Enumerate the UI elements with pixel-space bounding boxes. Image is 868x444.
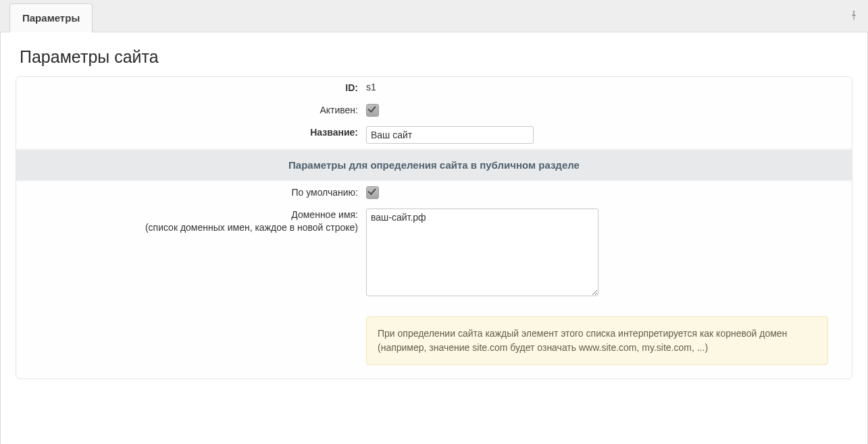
default-checkbox[interactable] — [366, 186, 379, 199]
tab-parameters-label: Параметры — [22, 12, 80, 24]
pin-icon[interactable] — [848, 9, 860, 22]
name-label: Название: — [16, 121, 362, 148]
name-input[interactable] — [366, 126, 534, 144]
default-label: По умолчанию: — [16, 182, 362, 204]
section-heading: Параметры для определения сайта в публич… — [16, 148, 852, 182]
domain-label-cell: Доменное имя: (список доменных имен, каж… — [16, 204, 362, 303]
active-label: Активен: — [16, 99, 362, 121]
active-checkbox[interactable] — [366, 104, 379, 117]
form-table: ID: s1 Активен: Название: Параметры для … — [16, 77, 852, 379]
content-area: Параметры сайта ID: s1 Активен: Название… — [0, 32, 868, 444]
page-title: Параметры сайта — [1, 32, 867, 76]
domain-label: Доменное имя: — [291, 209, 358, 220]
domain-sublabel: (список доменных имен, каждое в новой ст… — [145, 222, 358, 233]
id-label: ID: — [16, 77, 362, 99]
domain-hint: При определении сайта каждый элемент это… — [366, 316, 828, 365]
domain-textarea[interactable] — [366, 209, 598, 296]
id-value: s1 — [362, 77, 852, 99]
tab-bar: Параметры — [0, 0, 868, 32]
form-panel: ID: s1 Активен: Название: Параметры для … — [16, 76, 852, 379]
tab-parameters[interactable]: Параметры — [9, 3, 93, 32]
